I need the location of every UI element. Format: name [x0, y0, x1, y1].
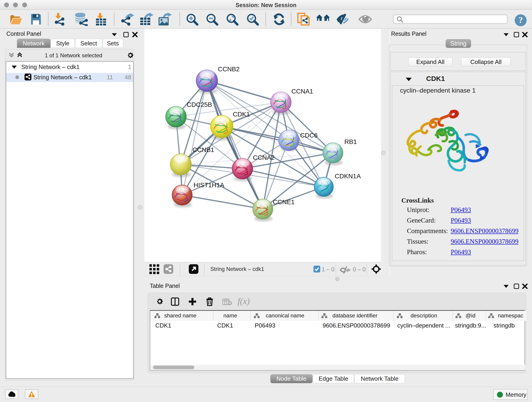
svg-text:?: ? — [519, 15, 523, 25]
svg-text:CCNE1: CCNE1 — [273, 198, 295, 206]
svg-text:RB1: RB1 — [344, 138, 357, 145]
svg-text:CCNA1: CCNA1 — [291, 88, 313, 95]
svg-text:CDC6: CDC6 — [300, 132, 317, 139]
svg-text:HIST1H1A: HIST1H1A — [194, 182, 224, 189]
svg-text:CDKN1A: CDKN1A — [335, 172, 361, 180]
svg-text:CCNB2: CCNB2 — [218, 65, 240, 73]
svg-text:CCNB1: CCNB1 — [192, 146, 214, 153]
svg-text:CDK1: CDK1 — [233, 111, 250, 118]
svg-text:CCNA2: CCNA2 — [253, 154, 275, 161]
svg-text:CDC25B: CDC25B — [187, 101, 212, 108]
